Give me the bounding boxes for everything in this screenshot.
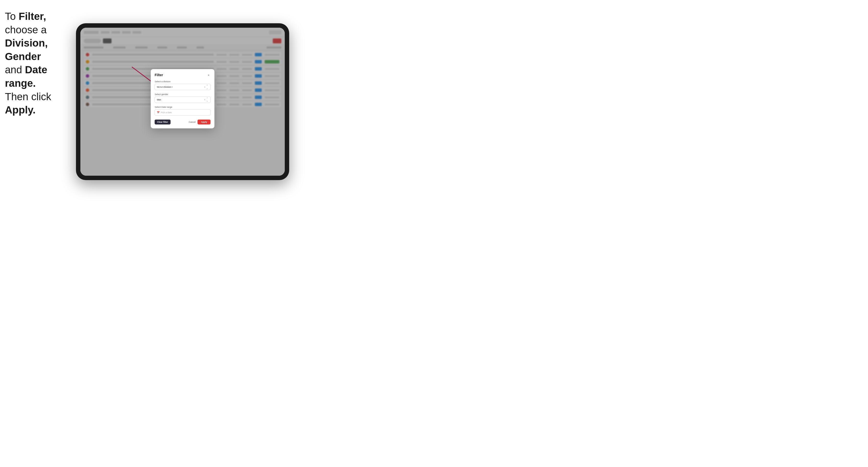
modal-footer: Clear filter Cancel Apply (155, 120, 211, 124)
division-select[interactable]: NCAA Division I × ⌃⌄ (155, 84, 211, 90)
date-range-bold: Date range. (5, 64, 47, 89)
division-clear-icon[interactable]: × (204, 86, 205, 88)
date-placeholder: Pick a date (161, 111, 172, 114)
date-label: Select Date range (155, 106, 211, 108)
filter-modal: Filter × Select a division NCAA Division… (151, 69, 214, 128)
gender-clear-icon[interactable]: × (204, 98, 205, 101)
date-form-group: Select Date range 📅 Pick a date (155, 106, 211, 116)
division-select-value: NCAA Division I (157, 86, 204, 88)
gender-arrow-icon: ⌃⌄ (206, 97, 208, 102)
gender-select[interactable]: Men × ⌃⌄ (155, 97, 211, 103)
calendar-icon: 📅 (157, 111, 159, 114)
division-arrow-icon: ⌃⌄ (206, 85, 208, 89)
apply-bold: Apply. (5, 104, 35, 116)
tablet-frame: Filter × Select a division NCAA Division… (76, 23, 289, 180)
instruction-text: To Filter, choose a Division, Gender and… (5, 10, 76, 117)
division-gender-bold: Division, Gender (5, 37, 48, 62)
modal-close-button[interactable]: × (207, 73, 211, 77)
modal-header: Filter × (155, 73, 211, 77)
clear-filter-button[interactable]: Clear filter (155, 120, 170, 124)
modal-title: Filter (155, 73, 163, 77)
division-form-group: Select a division NCAA Division I × ⌃⌄ (155, 81, 211, 90)
tablet-screen: Filter × Select a division NCAA Division… (81, 28, 285, 176)
gender-select-value: Men (157, 98, 204, 101)
date-input[interactable]: 📅 Pick a date (155, 109, 211, 116)
division-label: Select a division (155, 81, 211, 83)
footer-right-actions: Cancel Apply (189, 120, 211, 124)
gender-label: Select gender (155, 93, 211, 96)
apply-button[interactable]: Apply (197, 120, 211, 124)
cancel-button[interactable]: Cancel (189, 121, 195, 123)
filter-bold: Filter, (19, 10, 46, 22)
gender-form-group: Select gender Men × ⌃⌄ (155, 93, 211, 103)
